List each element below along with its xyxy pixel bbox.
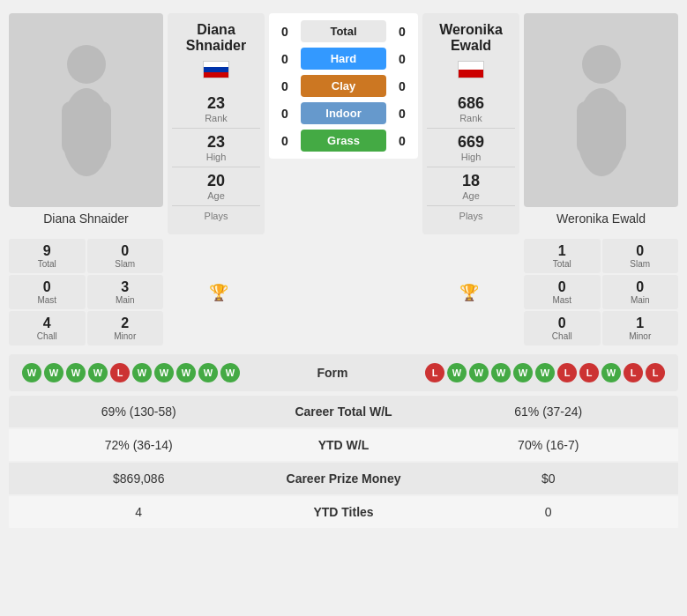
poland-flag: [458, 61, 484, 78]
left-player-photo: [9, 13, 163, 207]
right-player-flag: [458, 61, 484, 83]
stats-row: 72% (36-14) YTD W/L 70% (16-7): [9, 429, 678, 461]
right-age-label: Age: [462, 190, 480, 201]
right-mast-label: Mast: [527, 295, 597, 305]
stats-row: 69% (130-58) Career Total W/L 61% (37-24…: [9, 396, 678, 427]
right-stats-grid: 1 Total 0 Slam 0 Mast 0 Main 0 Chall: [524, 239, 678, 345]
right-minor-box: 1 Minor: [602, 311, 679, 345]
right-total-box: 1 Total: [524, 239, 601, 273]
surface-indoor-row: 0 Indoor 0: [276, 102, 411, 124]
right-form-badge: W: [513, 363, 533, 382]
hard-right-score: 0: [393, 52, 411, 66]
left-trophy-icon: 🏆: [209, 283, 228, 302]
right-slam-box: 0 Slam: [602, 239, 679, 273]
left-mast-value: 0: [12, 279, 82, 295]
stats-right-value: 70% (16-7): [432, 438, 666, 452]
hard-left-score: 0: [276, 52, 294, 66]
right-chall-box: 0 Chall: [524, 311, 601, 345]
right-high-value: 669: [458, 133, 484, 152]
left-main-value: 3: [91, 279, 161, 295]
surface-total-row: 0 Total 0: [276, 20, 411, 42]
grass-left-score: 0: [276, 134, 294, 148]
left-age-label: Age: [207, 190, 225, 201]
left-form-badge: W: [22, 363, 41, 382]
middle-spacer: [273, 239, 414, 345]
right-player-silhouette: [566, 40, 637, 181]
left-form-badge: W: [220, 363, 240, 382]
left-minor-box: 2 Minor: [87, 311, 164, 345]
right-chall-value: 0: [527, 315, 597, 331]
left-chall-value: 4: [12, 315, 82, 331]
right-form-badge: L: [579, 363, 599, 382]
stats-left-value: 72% (36-14): [22, 438, 256, 452]
right-mast-value: 0: [527, 279, 597, 295]
right-slam-label: Slam: [606, 259, 676, 269]
left-form-badge: W: [198, 363, 218, 382]
form-section: WWWWLWWWWW Form LWWWWWLLWLL: [9, 354, 678, 391]
grass-badge: Grass: [301, 130, 386, 152]
right-player-name-below: Weronika Ewald: [556, 212, 646, 226]
left-slam-label: Slam: [91, 259, 161, 269]
left-form-badge: W: [88, 363, 108, 382]
main-container: Diana Shnaider Diana Shnaider 23 Rank 23…: [0, 0, 687, 530]
stats-label: Career Prize Money: [256, 471, 432, 486]
stats-row: 4 YTD Titles 0: [9, 496, 678, 528]
left-rank-item: 23 Rank: [172, 90, 260, 129]
surface-clay-row: 0 Clay 0: [276, 75, 411, 97]
right-main-label: Main: [606, 295, 676, 305]
stats-row: $869,086 Career Prize Money $0: [9, 463, 678, 494]
stats-right-value: 0: [432, 505, 666, 519]
left-main-box: 3 Main: [87, 275, 164, 309]
left-high-label: High: [206, 152, 227, 162]
left-player-silhouette: [51, 40, 122, 181]
clay-badge: Clay: [301, 75, 386, 97]
right-total-value: 1: [527, 243, 597, 259]
right-mast-box: 0 Mast: [524, 275, 601, 309]
left-player-name: Diana Shnaider: [186, 22, 246, 54]
left-minor-value: 2: [91, 315, 161, 331]
stats-label: YTD W/L: [256, 438, 432, 452]
right-age-item: 18 Age: [427, 167, 515, 206]
indoor-badge: Indoor: [301, 102, 386, 124]
total-right-score: 0: [393, 25, 411, 39]
right-total-label: Total: [527, 259, 597, 269]
right-minor-value: 1: [606, 315, 676, 331]
left-form-badge: W: [154, 363, 174, 382]
right-age-value: 18: [462, 172, 480, 190]
surface-grass-row: 0 Grass 0: [276, 130, 411, 152]
left-rank-value: 23: [207, 94, 225, 113]
stats-right-value: $0: [432, 471, 666, 486]
right-high-label: High: [461, 152, 482, 162]
left-total-box: 9 Total: [9, 239, 86, 273]
surface-section: 0 Total 0 0 Hard 0 0 Clay 0 0: [269, 13, 418, 159]
right-main-box: 0 Main: [602, 275, 679, 309]
right-form-badge: L: [557, 363, 577, 382]
left-player-flag: [203, 61, 229, 83]
right-slam-value: 0: [606, 243, 676, 259]
right-chall-label: Chall: [527, 331, 597, 341]
stats-left-value: 4: [22, 505, 256, 519]
right-minor-label: Minor: [606, 331, 676, 341]
left-player-name-below: Diana Shnaider: [43, 212, 129, 226]
stats-left-value: $869,086: [22, 471, 256, 486]
right-rank-value: 686: [458, 94, 484, 113]
right-plays-item: Plays: [427, 206, 515, 226]
stats-label: YTD Titles: [256, 505, 432, 519]
hard-badge: Hard: [301, 48, 386, 70]
surface-hard-row: 0 Hard 0: [276, 48, 411, 70]
right-form-badge: W: [447, 363, 467, 382]
right-trophy-icon: 🏆: [459, 283, 479, 302]
left-form-badges: WWWWLWWWWW: [22, 363, 240, 382]
left-player-info-card: Diana Shnaider 23 Rank 23 High 20 Age Pl…: [168, 13, 265, 234]
right-form-badge: L: [425, 363, 444, 382]
left-form-badge: W: [44, 363, 63, 382]
right-form-badge: W: [491, 363, 511, 382]
left-player-column: Diana Shnaider: [9, 13, 163, 226]
middle-panel: 0 Total 0 0 Hard 0 0 Clay 0 0: [269, 13, 418, 159]
left-age-item: 20 Age: [172, 167, 260, 206]
top-section: Diana Shnaider Diana Shnaider 23 Rank 23…: [0, 0, 687, 239]
left-form-badge: L: [110, 363, 130, 382]
left-mast-box: 0 Mast: [9, 275, 86, 309]
svg-rect-2: [62, 101, 111, 154]
right-form-badge: L: [646, 363, 665, 382]
